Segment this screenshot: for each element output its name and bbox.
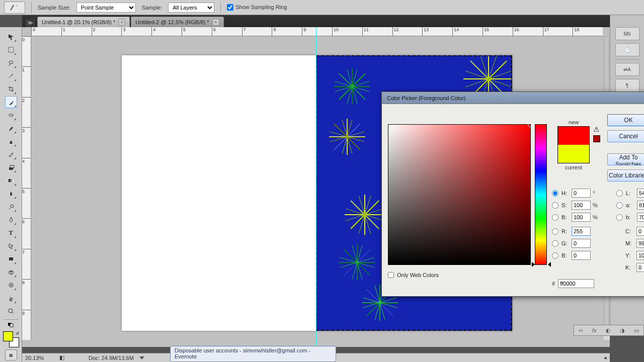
hand-tool[interactable] bbox=[5, 292, 17, 304]
path-selection-tool[interactable] bbox=[5, 240, 17, 252]
ok-button[interactable]: OK bbox=[607, 114, 644, 126]
3d-camera-tool[interactable] bbox=[5, 279, 17, 291]
a-radio[interactable] bbox=[616, 202, 623, 209]
add-to-swatches-button[interactable]: Add To Swatches bbox=[607, 153, 644, 165]
document-tab-1[interactable]: Untitled-1 @ 20.1% (RGB/8) * × bbox=[37, 17, 130, 27]
current-color-swatch[interactable] bbox=[558, 145, 589, 163]
doc-info-menu-icon[interactable] bbox=[139, 356, 144, 359]
lasso-tool[interactable] bbox=[5, 57, 17, 69]
marquee-tool[interactable] bbox=[5, 44, 17, 56]
a-field[interactable] bbox=[637, 201, 644, 210]
paragraph-panel-icon[interactable]: ¶ bbox=[615, 79, 639, 92]
color-picker-dialog[interactable]: Color Picker (Foreground Color) new curr… bbox=[381, 92, 644, 297]
s-radio[interactable] bbox=[552, 202, 558, 209]
crop-tool[interactable] bbox=[5, 83, 17, 95]
brush-tool[interactable] bbox=[5, 122, 17, 134]
gradient-tool[interactable] bbox=[5, 174, 17, 187]
tab-scroll-icon[interactable]: ≫ bbox=[25, 19, 35, 27]
new-color-swatch[interactable] bbox=[558, 127, 589, 145]
doc-info[interactable]: Doc: 24.9M/13.6M bbox=[68, 355, 134, 361]
eraser-tool[interactable] bbox=[5, 161, 17, 173]
layer-mask-icon[interactable]: ◐ bbox=[606, 327, 611, 334]
hue-slider[interactable] bbox=[535, 124, 547, 265]
swap-colors-icon[interactable]: ↺ bbox=[16, 331, 19, 336]
color-swatches[interactable]: ↺ bbox=[3, 331, 19, 347]
l-radio[interactable] bbox=[616, 190, 623, 197]
sample-label: Sample: bbox=[142, 5, 162, 11]
y-field[interactable] bbox=[636, 251, 644, 260]
b-radio[interactable] bbox=[552, 214, 558, 221]
tab-close-icon[interactable]: × bbox=[212, 19, 219, 26]
foreground-color-swatch[interactable] bbox=[3, 331, 13, 341]
scroll-left-icon[interactable]: ◂ bbox=[604, 354, 607, 361]
gamut-warning-icon[interactable]: ⚠ bbox=[593, 125, 600, 133]
default-colors-icon[interactable] bbox=[5, 322, 17, 328]
hue-slider-handle-icon[interactable] bbox=[532, 262, 535, 267]
svg-rect-12 bbox=[10, 324, 13, 327]
zoom-value[interactable]: 20.13% bbox=[25, 355, 55, 361]
bv-field[interactable] bbox=[572, 213, 591, 222]
adjustment-layer-icon[interactable]: ◑ bbox=[620, 327, 625, 334]
hex-field[interactable] bbox=[558, 279, 594, 288]
history-panel-icon[interactable]: 🕑 bbox=[615, 43, 639, 56]
l-field[interactable] bbox=[637, 189, 644, 198]
history-brush-tool[interactable] bbox=[5, 148, 17, 160]
3d-tool[interactable] bbox=[5, 266, 17, 278]
clone-stamp-tool[interactable] bbox=[5, 135, 17, 147]
sample-size-label: Sample Size: bbox=[38, 5, 70, 11]
blur-tool[interactable] bbox=[5, 188, 17, 200]
healing-brush-tool[interactable] bbox=[5, 109, 17, 121]
cancel-button[interactable]: Cancel bbox=[607, 130, 644, 142]
document-tab-2[interactable]: Untitled-2 @ 12.5% (RGB/8) * × bbox=[131, 17, 223, 27]
zoom-tool[interactable] bbox=[5, 305, 17, 317]
vertical-ruler[interactable]: 0123456789 bbox=[22, 36, 31, 340]
quick-mask-toggle[interactable]: ◙ bbox=[5, 349, 17, 360]
magic-wand-tool[interactable] bbox=[5, 70, 17, 82]
tab-close-icon[interactable]: × bbox=[118, 19, 125, 26]
show-sampling-ring[interactable]: Show Sampling Ring bbox=[227, 4, 287, 11]
character-panel-icon[interactable]: ⇄A bbox=[615, 63, 639, 76]
hex-hash-label: # bbox=[552, 281, 555, 287]
move-tool[interactable] bbox=[5, 31, 17, 43]
gamut-corrected-swatch[interactable] bbox=[593, 135, 600, 142]
tool-preset-picker[interactable] bbox=[4, 2, 25, 14]
s-field[interactable] bbox=[572, 201, 591, 210]
dialog-title-bar[interactable]: Color Picker (Foreground Color) bbox=[382, 92, 644, 104]
r-radio[interactable] bbox=[552, 228, 558, 235]
lab-b-radio[interactable] bbox=[616, 214, 623, 221]
h-radio[interactable] bbox=[552, 190, 558, 197]
svg-point-0 bbox=[17, 5, 18, 6]
lab-b-field[interactable] bbox=[637, 213, 644, 222]
notification-toast[interactable]: Disposable user accounts - simonwhistler… bbox=[170, 346, 336, 362]
h-field[interactable] bbox=[572, 189, 591, 198]
horizontal-ruler[interactable]: 0123456789101112131415161718 bbox=[31, 27, 603, 36]
g-radio[interactable] bbox=[552, 240, 558, 247]
k-field[interactable] bbox=[636, 263, 644, 272]
sample-size-select[interactable]: Point Sample bbox=[76, 3, 136, 13]
sample-select[interactable]: All Layers bbox=[168, 3, 214, 13]
g-field[interactable] bbox=[572, 239, 591, 248]
m-field[interactable] bbox=[636, 239, 644, 248]
hue-slider-handle-icon[interactable] bbox=[548, 262, 551, 267]
r-field[interactable] bbox=[572, 227, 591, 236]
show-sampling-ring-checkbox[interactable] bbox=[227, 4, 233, 11]
bb-radio[interactable] bbox=[552, 252, 558, 259]
dodge-tool[interactable] bbox=[5, 201, 17, 213]
bb-field[interactable] bbox=[572, 251, 591, 260]
layer-style-icon[interactable]: fx bbox=[592, 327, 597, 333]
only-web-colors[interactable]: Only Web Colors bbox=[388, 272, 439, 278]
shape-tool[interactable] bbox=[5, 253, 17, 265]
pen-tool[interactable] bbox=[5, 214, 17, 226]
type-tool[interactable]: T bbox=[5, 227, 17, 239]
zoom-popup-icon[interactable]: ◧ bbox=[59, 354, 64, 361]
layer-group-icon[interactable]: ▭ bbox=[634, 327, 639, 334]
eyedropper-tool[interactable] bbox=[5, 96, 17, 108]
color-libraries-button[interactable]: Color Libraries bbox=[607, 169, 644, 182]
link-layers-icon[interactable]: ⬄ bbox=[579, 327, 583, 334]
mini-bridge-panel-icon[interactable]: Mb bbox=[615, 27, 639, 40]
only-web-colors-checkbox[interactable] bbox=[388, 272, 394, 278]
c-field[interactable] bbox=[636, 227, 644, 236]
color-field-cursor[interactable] bbox=[528, 122, 533, 127]
color-field[interactable] bbox=[388, 124, 531, 265]
vertical-guide[interactable] bbox=[316, 27, 316, 347]
